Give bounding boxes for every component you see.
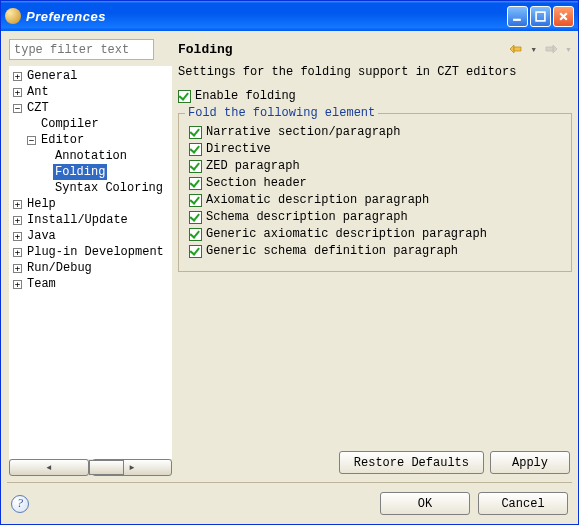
fold-group: Fold the following element Narrative sec… xyxy=(178,113,572,272)
tree-item-install[interactable]: +Install/Update xyxy=(11,212,170,228)
scroll-left-button[interactable]: ◄ xyxy=(9,459,89,476)
option-generic-schema[interactable]: Generic schema definition paragraph xyxy=(189,244,561,258)
ok-button[interactable]: OK xyxy=(380,492,470,515)
tree-item-general[interactable]: +General xyxy=(11,68,170,84)
checkbox-icon[interactable] xyxy=(189,177,202,190)
tree-item-java[interactable]: +Java xyxy=(11,228,170,244)
checkbox-icon[interactable] xyxy=(189,194,202,207)
option-narrative[interactable]: Narrative section/paragraph xyxy=(189,125,561,139)
checkbox-icon[interactable] xyxy=(189,126,202,139)
tree-item-run[interactable]: +Run/Debug xyxy=(11,260,170,276)
filter-input[interactable] xyxy=(9,39,154,60)
enable-folding-label: Enable folding xyxy=(195,89,296,103)
close-button[interactable] xyxy=(553,6,574,27)
checkbox-icon[interactable] xyxy=(189,160,202,173)
option-schema[interactable]: Schema description paragraph xyxy=(189,210,561,224)
back-icon[interactable] xyxy=(508,41,524,57)
checkbox-icon[interactable] xyxy=(189,143,202,156)
tree-item-team[interactable]: +Team xyxy=(11,276,170,292)
enable-folding-checkbox[interactable]: Enable folding xyxy=(178,89,572,103)
tree-item-annotation[interactable]: Annotation xyxy=(11,148,170,164)
apply-button[interactable]: Apply xyxy=(490,451,570,474)
checkbox-icon[interactable] xyxy=(189,211,202,224)
option-zed[interactable]: ZED paragraph xyxy=(189,159,561,173)
option-axiomatic[interactable]: Axiomatic description paragraph xyxy=(189,193,561,207)
forward-icon xyxy=(543,41,559,57)
tree-item-help[interactable]: +Help xyxy=(11,196,170,212)
tree-item-ant[interactable]: +Ant xyxy=(11,84,170,100)
footer: ? OK Cancel xyxy=(7,482,572,524)
app-icon xyxy=(5,8,21,24)
maximize-button[interactable] xyxy=(530,6,551,27)
tree-item-editor[interactable]: −Editor xyxy=(11,132,170,148)
group-legend: Fold the following element xyxy=(185,106,378,120)
svg-rect-1 xyxy=(536,12,545,21)
checkbox-icon[interactable] xyxy=(189,228,202,241)
tree-item-syntax-coloring[interactable]: Syntax Coloring xyxy=(11,180,170,196)
right-panel: Folding ▼ ▼ Settings for the folding sup… xyxy=(178,37,572,476)
window-title: Preferences xyxy=(26,9,507,24)
left-panel: +General +Ant −CZT Compiler −Editor Anno… xyxy=(7,37,172,476)
preference-tree[interactable]: +General +Ant −CZT Compiler −Editor Anno… xyxy=(9,66,172,459)
option-section-header[interactable]: Section header xyxy=(189,176,561,190)
page-description: Settings for the folding support in CZT … xyxy=(178,65,572,79)
help-button[interactable]: ? xyxy=(11,495,29,513)
tree-item-compiler[interactable]: Compiler xyxy=(11,116,170,132)
cancel-button[interactable]: Cancel xyxy=(478,492,568,515)
option-generic-axiomatic[interactable]: Generic axiomatic description paragraph xyxy=(189,227,561,241)
svg-rect-0 xyxy=(513,18,521,20)
checkbox-icon[interactable] xyxy=(189,245,202,258)
minimize-button[interactable] xyxy=(507,6,528,27)
checkbox-icon[interactable] xyxy=(178,90,191,103)
restore-defaults-button[interactable]: Restore Defaults xyxy=(339,451,484,474)
tree-item-czt[interactable]: −CZT xyxy=(11,100,170,116)
preferences-window: Preferences +General +Ant −CZT Compiler … xyxy=(0,0,579,525)
titlebar[interactable]: Preferences xyxy=(1,1,578,31)
tree-horizontal-scrollbar[interactable]: ◄ ► xyxy=(9,459,172,476)
dropdown-icon[interactable]: ▼ xyxy=(530,46,537,53)
tree-item-pde[interactable]: +Plug-in Development xyxy=(11,244,170,260)
scroll-thumb[interactable] xyxy=(89,460,124,475)
page-title: Folding xyxy=(178,42,508,57)
dropdown-icon: ▼ xyxy=(565,46,572,53)
option-directive[interactable]: Directive xyxy=(189,142,561,156)
tree-item-folding[interactable]: Folding xyxy=(11,164,170,180)
